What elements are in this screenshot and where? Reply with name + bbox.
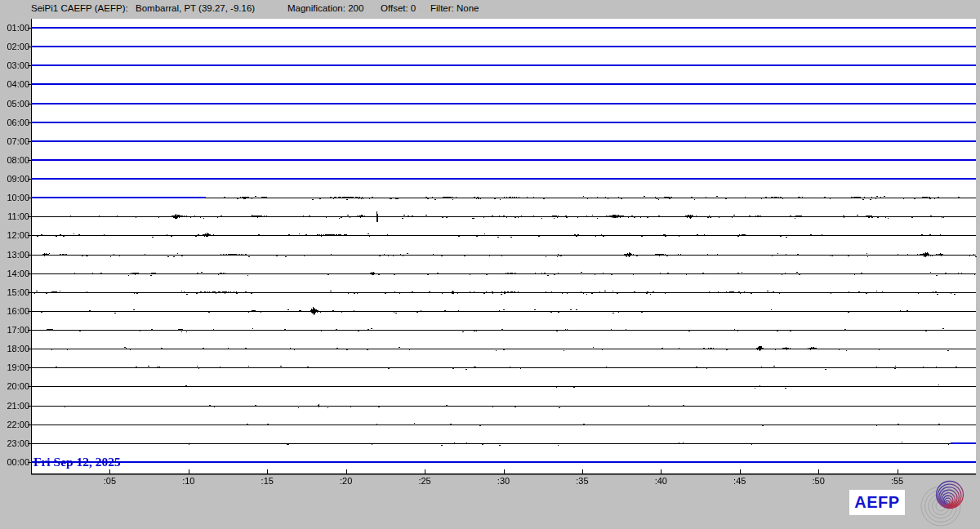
seismogram-canvas[interactable] bbox=[0, 0, 980, 529]
hour-label: 06:00 bbox=[0, 118, 29, 127]
minute-label: :45 bbox=[726, 476, 754, 486]
hour-label: 17:00 bbox=[0, 325, 29, 335]
hour-label: 03:00 bbox=[0, 60, 29, 70]
minute-label: :30 bbox=[490, 476, 518, 486]
hour-label: 10:00 bbox=[0, 193, 29, 202]
minute-label: :15 bbox=[253, 476, 281, 486]
seismic-spiral-icon bbox=[915, 478, 980, 529]
hour-label: 23:00 bbox=[0, 438, 29, 448]
hour-label: 07:00 bbox=[0, 136, 29, 146]
minute-label: :55 bbox=[884, 476, 911, 486]
hour-label: 19:00 bbox=[0, 362, 29, 372]
gradient-rings bbox=[937, 482, 964, 509]
minute-label: :20 bbox=[332, 476, 360, 486]
hour-label: 02:00 bbox=[0, 42, 29, 51]
minute-label: :05 bbox=[96, 476, 123, 486]
hour-label: 16:00 bbox=[0, 306, 29, 316]
hour-label: 01:00 bbox=[0, 23, 29, 33]
minute-label: :10 bbox=[175, 476, 203, 486]
hour-label: 21:00 bbox=[0, 401, 29, 411]
hour-label: 22:00 bbox=[0, 420, 29, 429]
hour-label: 09:00 bbox=[0, 174, 29, 184]
minute-label: :35 bbox=[568, 476, 596, 486]
hour-label: 14:00 bbox=[0, 269, 29, 278]
aefp-logo-box: AEFP bbox=[849, 490, 905, 515]
aefp-logo-text: AEFP bbox=[854, 493, 899, 512]
hour-label: 04:00 bbox=[0, 79, 29, 89]
hour-label: 12:00 bbox=[0, 230, 29, 240]
hour-label: 08:00 bbox=[0, 155, 29, 165]
hour-label: 13:00 bbox=[0, 250, 29, 260]
hour-label: 05:00 bbox=[0, 99, 29, 109]
hour-label: 11:00 bbox=[0, 211, 29, 221]
minute-label: :50 bbox=[804, 476, 832, 486]
hour-label: 00:00 bbox=[0, 457, 29, 467]
minute-label: :40 bbox=[647, 476, 675, 486]
date-label: Fri Sep 12, 2025 bbox=[33, 455, 121, 469]
hour-label: 20:00 bbox=[0, 381, 29, 391]
hour-label: 15:00 bbox=[0, 287, 29, 297]
hour-label: 18:00 bbox=[0, 344, 29, 353]
minute-label: :25 bbox=[411, 476, 439, 486]
